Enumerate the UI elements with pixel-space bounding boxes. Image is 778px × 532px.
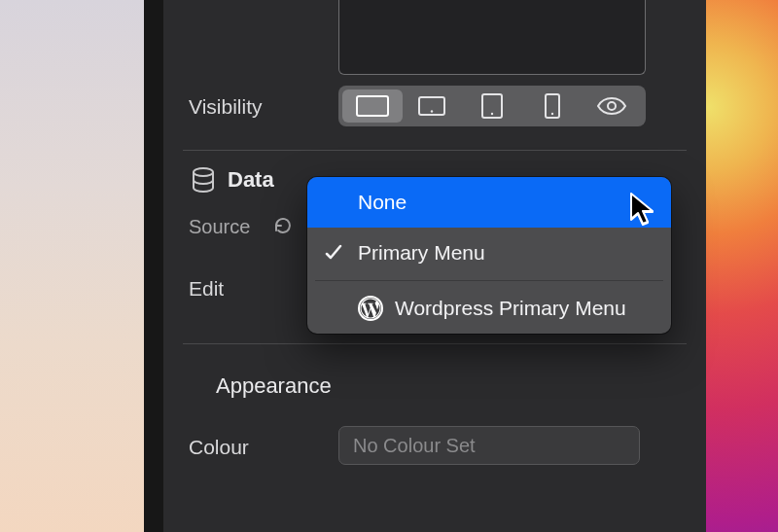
- data-section-title: Data: [228, 167, 274, 193]
- empty-placeholder-box[interactable]: [338, 0, 646, 75]
- inspector-panel: Visibility: [163, 0, 706, 532]
- desktop-right-sliver: [706, 0, 778, 532]
- colour-value: No Colour Set: [353, 435, 476, 457]
- visibility-tablet-portrait-button[interactable]: [462, 89, 522, 123]
- edit-label: Edit: [189, 277, 224, 301]
- visibility-preview-button[interactable]: [582, 89, 642, 123]
- svg-point-2: [431, 110, 433, 112]
- desktop-icon: [356, 95, 389, 117]
- visibility-segmented-control[interactable]: [338, 86, 646, 126]
- dropdown-item-wordpress-primary-menu[interactable]: Wordpress Primary Menu: [307, 283, 671, 334]
- svg-point-7: [608, 102, 616, 110]
- svg-point-4: [491, 113, 493, 115]
- dropdown-item-primary-menu[interactable]: Primary Menu: [307, 228, 671, 278]
- dropdown-item-none[interactable]: None: [307, 177, 671, 228]
- visibility-tablet-landscape-button[interactable]: [403, 89, 463, 123]
- database-icon: [191, 167, 216, 193]
- desktop-left-sliver: [0, 0, 144, 532]
- window-shadow-left: [144, 0, 163, 532]
- section-divider: [183, 343, 687, 344]
- visibility-label: Visibility: [189, 95, 262, 119]
- dropdown-item-label: Wordpress Primary Menu: [395, 297, 626, 320]
- tablet-landscape-icon: [418, 96, 445, 116]
- source-dropdown-menu: None Primary Menu: [307, 177, 671, 334]
- source-label: Source: [189, 216, 250, 238]
- dropdown-item-label: None: [358, 191, 407, 214]
- svg-point-6: [550, 113, 552, 115]
- colour-field[interactable]: No Colour Set: [338, 426, 640, 465]
- refresh-icon[interactable]: [273, 216, 293, 239]
- tablet-portrait-icon: [481, 93, 503, 119]
- checkmark-icon: [321, 243, 346, 263]
- svg-point-8: [194, 168, 213, 176]
- visibility-desktop-button[interactable]: [342, 89, 403, 123]
- dropdown-item-label: Primary Menu: [358, 241, 485, 265]
- svg-rect-0: [357, 96, 388, 116]
- visibility-phone-button[interactable]: [522, 89, 583, 123]
- eye-icon: [597, 97, 626, 115]
- screenshot-stage: Visibility: [0, 0, 778, 532]
- section-divider: [183, 150, 687, 151]
- data-section-header[interactable]: Data: [191, 167, 274, 193]
- colour-label: Colour: [189, 436, 249, 459]
- phone-icon: [545, 93, 560, 119]
- appearance-section-title: Appearance: [216, 373, 332, 399]
- wordpress-icon: [358, 296, 383, 321]
- dropdown-separator: [315, 280, 663, 281]
